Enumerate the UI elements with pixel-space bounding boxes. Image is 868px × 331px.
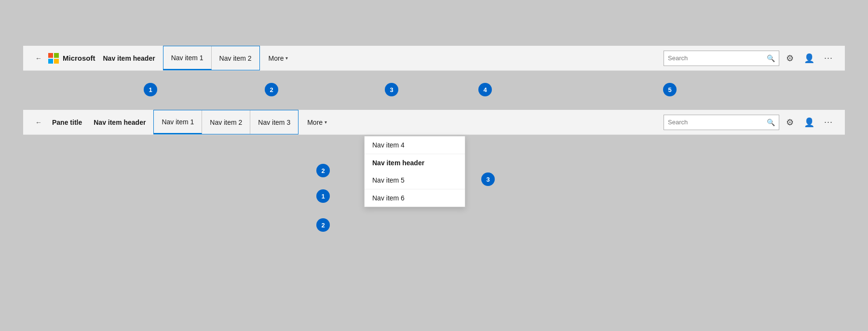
annotation-circle-2-top: 2 [265,83,278,96]
dropdown-menu: Nav item 4 Nav item header Nav item 5 Na… [364,136,465,207]
dropdown-item-header: Nav item header [365,154,465,172]
more-options-button-2[interactable]: ··· [820,114,837,131]
settings-icon-2: ⚙ [786,117,794,128]
ms-red-square [48,53,53,58]
back-icon-1: ← [35,54,42,62]
search-input-2[interactable] [668,119,767,126]
navbar-2: ← Pane title Nav item header Nav item 1 … [23,110,845,135]
annotation-circle-2a-bot: 2 [316,164,330,177]
dropdown-item-nav5[interactable]: Nav item 5 [365,172,465,189]
back-button-2[interactable]: ← [31,115,46,130]
annotation-circle-1-bot: 1 [316,189,330,203]
nav-item-1-2[interactable]: Nav item 2 [212,46,259,70]
user-icon-2: 👤 [804,117,814,128]
annotation-circle-3-bot: 3 [481,172,495,186]
chevron-down-icon-2: ▾ [325,119,327,125]
ellipsis-icon-2: ··· [824,117,833,127]
annotation-circle-2b-bot: 2 [316,218,330,232]
ms-wordmark: Microsoft [63,54,95,62]
nav-items-group-1: Nav item 1 Nav item 2 [163,46,260,70]
nav-item-2-2[interactable]: Nav item 2 [202,110,250,134]
search-icon-2[interactable]: 🔍 [767,119,775,126]
search-icon-1[interactable]: 🔍 [767,54,775,62]
microsoft-logo: Microsoft [48,53,95,64]
more-label-2: More [307,119,323,126]
nav-item-2-3[interactable]: Nav item 3 [250,110,298,134]
annotation-circle-3-top: 3 [385,83,398,96]
pane-title-2: Pane title [48,119,86,126]
ms-yellow-square [54,59,59,64]
settings-button-2[interactable]: ⚙ [781,114,799,131]
user-icon-1: 👤 [804,53,814,64]
settings-icon-1: ⚙ [786,53,794,64]
dropdown-item-nav6[interactable]: Nav item 6 [365,189,465,207]
ellipsis-icon-1: ··· [824,53,833,63]
chevron-down-icon-1: ▾ [285,55,288,61]
annotation-circle-4-top: 4 [478,83,492,96]
back-button-1[interactable]: ← [31,51,46,66]
nav-header-2: Nav item header [88,119,151,126]
back-icon-2: ← [35,119,42,126]
search-box-2: 🔍 [664,115,779,130]
search-input-1[interactable] [668,54,767,62]
search-box-1: 🔍 [664,51,779,66]
more-label-1: More [269,54,284,62]
annotation-circle-1-top: 1 [144,83,157,96]
ms-blue-square [48,59,53,64]
dropdown-item-nav4[interactable]: Nav item 4 [365,136,465,154]
user-button-2[interactable]: 👤 [800,114,818,131]
ms-green-square [54,53,59,58]
navbar-1: ← Microsoft Nav item header Nav item 1 N… [23,46,845,71]
more-options-button-1[interactable]: ··· [820,50,837,67]
user-button-1[interactable]: 👤 [800,50,818,67]
annotation-circle-5-top: 5 [663,83,677,96]
more-button-2[interactable]: More ▾ [300,119,334,126]
nav-items-group-2: Nav item 1 Nav item 2 Nav item 3 [153,110,298,134]
nav-header-1: Nav item header [97,54,161,62]
ms-logo-grid [48,53,59,64]
nav-item-1-1[interactable]: Nav item 1 [163,46,212,70]
settings-button-1[interactable]: ⚙ [781,50,799,67]
more-button-1[interactable]: More ▾ [262,54,295,62]
nav-item-2-1[interactable]: Nav item 1 [154,110,202,134]
